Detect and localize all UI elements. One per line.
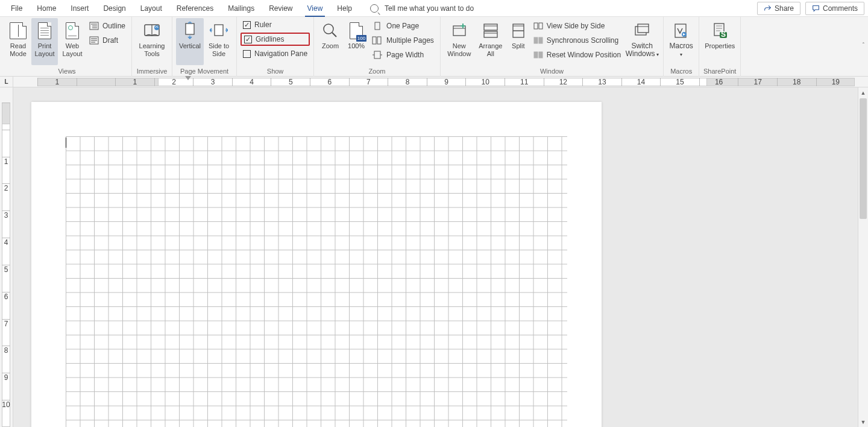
reset-window-label: Reset Window Position — [547, 51, 621, 59]
side-to-side-label: Side to Side — [205, 42, 233, 58]
properties-icon: S — [711, 22, 728, 39]
tab-insert[interactable]: Insert — [63, 0, 96, 17]
horizontal-ruler[interactable]: 112345678910111213141516171819 — [13, 77, 858, 87]
svg-rect-11 — [215, 25, 223, 36]
group-immersive-label: Immersive — [137, 66, 168, 77]
split-button[interactable]: Split — [507, 18, 530, 65]
svg-rect-16 — [377, 37, 381, 44]
svg-rect-20 — [484, 24, 497, 30]
page-width-label: Page Width — [386, 51, 424, 59]
web-layout-button[interactable]: Web Layout — [59, 18, 86, 65]
multiple-pages-button[interactable]: Multiple Pages — [370, 34, 436, 47]
comments-label: Comments — [823, 4, 858, 13]
checkbox-icon — [244, 36, 252, 43]
tab-selector[interactable]: L — [4, 78, 8, 85]
outline-button[interactable]: Outline — [87, 19, 128, 33]
zoom-label: Zoom — [322, 42, 339, 50]
share-icon — [764, 4, 772, 12]
synchronous-scrolling-button: Synchronous Scrolling — [531, 34, 623, 47]
chevron-down-icon: ▾ — [655, 52, 658, 57]
read-mode-label: Read Mode — [6, 42, 30, 58]
view-side-by-side-button[interactable]: View Side by Side — [531, 19, 623, 33]
print-layout-label: Print Layout — [31, 42, 58, 58]
svg-rect-15 — [373, 37, 376, 44]
tab-view[interactable]: View — [300, 0, 330, 17]
group-macros-label: Macros — [670, 66, 692, 77]
multiple-pages-icon — [372, 36, 383, 45]
tab-layout[interactable]: Layout — [133, 0, 169, 17]
draft-label: Draft — [102, 36, 118, 45]
macros-button[interactable]: Macros▾ — [667, 18, 695, 65]
vertical-button[interactable]: Vertical — [176, 18, 204, 65]
properties-button[interactable]: S Properties — [703, 18, 737, 65]
group-show-label: Show — [267, 66, 284, 77]
split-label: Split — [512, 42, 524, 50]
sync-scroll-label: Synchronous Scrolling — [547, 36, 618, 45]
zoom-100-button[interactable]: 100 100% — [344, 18, 368, 65]
switch-windows-icon — [634, 22, 650, 39]
new-window-label: New Window — [444, 42, 474, 58]
arrange-all-button[interactable]: Arrange All — [476, 18, 506, 65]
side-to-side-button[interactable]: Side to Side — [205, 18, 233, 65]
learning-tools-icon — [143, 22, 161, 39]
navigation-pane-label: Navigation Pane — [254, 49, 307, 58]
tell-me-placeholder: Tell me what you want to do — [385, 4, 474, 13]
group-page-movement: Vertical Side to Side Page Movement — [172, 17, 237, 77]
chevron-down-icon: ▾ — [680, 52, 682, 57]
reset-window-icon — [533, 51, 543, 59]
svg-point-9 — [154, 25, 159, 30]
sync-scroll-icon — [533, 36, 543, 45]
svg-rect-21 — [484, 31, 497, 37]
comments-button[interactable]: Comments — [805, 2, 864, 15]
arrange-all-icon — [482, 22, 499, 39]
one-page-icon — [372, 22, 383, 30]
tab-home[interactable]: Home — [30, 0, 63, 17]
share-button[interactable]: Share — [757, 2, 800, 15]
tab-file[interactable]: File — [4, 0, 30, 17]
group-page-movement-label: Page Movement — [180, 66, 228, 77]
menu-bar: File Home Insert Design Layout Reference… — [0, 0, 868, 17]
tab-design[interactable]: Design — [96, 0, 133, 17]
draft-button[interactable]: Draft — [87, 34, 128, 47]
one-page-button[interactable]: One Page — [370, 19, 436, 33]
indent-marker[interactable] — [185, 76, 191, 80]
draft-icon — [89, 36, 99, 45]
tab-references[interactable]: References — [169, 0, 221, 17]
read-mode-button[interactable]: Read Mode — [6, 18, 30, 65]
outline-label: Outline — [102, 22, 125, 30]
ruler-checkbox[interactable]: Ruler — [241, 18, 310, 31]
gridlines-checkbox[interactable]: Gridlines — [241, 33, 310, 46]
print-layout-button[interactable]: Print Layout — [31, 18, 58, 65]
arrange-all-label: Arrange All — [476, 42, 506, 58]
new-window-button[interactable]: New Window — [444, 18, 474, 65]
svg-rect-34 — [638, 24, 649, 33]
page-width-button[interactable]: Page Width — [370, 48, 436, 62]
switch-windows-button[interactable]: Switch Windows ▾ — [624, 18, 659, 65]
macros-label: Macros — [670, 42, 693, 50]
tab-mailings[interactable]: Mailings — [221, 0, 262, 17]
group-views: Read Mode Print Layout Web Layout Outlin… — [2, 17, 132, 77]
group-views-label: Views — [58, 66, 75, 77]
web-layout-label: Web Layout — [59, 42, 86, 58]
split-icon — [511, 22, 526, 39]
search-icon — [370, 4, 379, 13]
zoom-100-label: 100% — [348, 42, 365, 50]
zoom-button[interactable]: Zoom — [318, 18, 343, 65]
outline-icon — [89, 22, 99, 30]
group-sharepoint-label: SharePoint — [703, 66, 736, 77]
collapse-ribbon-button[interactable]: ˆ — [863, 42, 864, 49]
svg-rect-27 — [534, 23, 538, 29]
tab-help[interactable]: Help — [330, 0, 359, 17]
tab-review[interactable]: Review — [262, 0, 300, 17]
tell-me-search[interactable]: Tell me what you want to do — [370, 4, 474, 13]
side-to-side-icon — [210, 22, 228, 39]
group-window-label: Window — [540, 66, 564, 77]
learning-tools-button[interactable]: Learning Tools — [136, 18, 168, 65]
navigation-pane-checkbox[interactable]: Navigation Pane — [241, 47, 310, 60]
zoom-icon — [322, 22, 339, 39]
page-width-icon — [372, 51, 383, 59]
svg-rect-10 — [186, 24, 194, 34]
new-window-icon — [451, 22, 468, 39]
vertical-icon — [182, 22, 198, 40]
svg-rect-32 — [539, 52, 542, 58]
